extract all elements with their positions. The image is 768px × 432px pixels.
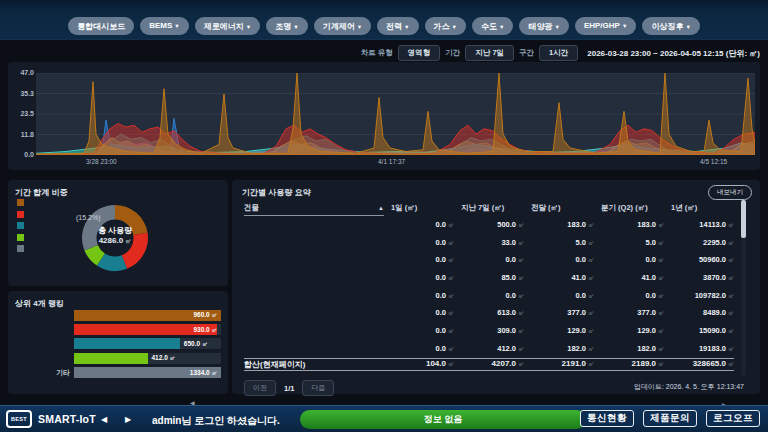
chart-controls: 차트 유형 영역형 기간 지난 7일 구간 1시간 2026-03-28 23:… <box>361 45 760 61</box>
table-row[interactable]: 0.0㎥33.0㎥5.0㎥5.0㎥2295.0㎥ <box>244 234 734 252</box>
footer-label: 합산(현재페이지) <box>244 359 384 370</box>
caret-down-icon: ▼ <box>685 24 690 30</box>
top-navigation-bar: 통합대시보드BEMS▼제로에너지▼조명▼기계제어▼전력▼가스▼수도▼태양광▼EH… <box>0 0 768 40</box>
column-header[interactable]: 1년 (㎥) <box>664 203 734 213</box>
nav-item-3[interactable]: 조명▼ <box>266 17 307 35</box>
cell-value: 0.0㎥ <box>524 255 594 265</box>
column-header[interactable]: 분기 (Q2) (㎥) <box>594 203 664 213</box>
usage-summary-table: 건물▲1일 (㎥)지난 7일 (㎥)전달 (㎥)분기 (Q2) (㎥)1년 (㎥… <box>244 200 734 371</box>
ranking-bar-track: 650.0 ㎥ <box>74 338 221 349</box>
ranking-bar-value: 650.0 ㎥ <box>184 340 208 348</box>
ranking-bar-label: 기타 <box>16 368 74 378</box>
table-row[interactable]: 0.0㎥613.0㎥377.0㎥377.0㎥8489.0㎥ <box>244 304 734 322</box>
legend-swatch <box>17 245 24 252</box>
nav-item-0[interactable]: 통합대시보드 <box>68 17 134 35</box>
next-page-button[interactable]: 다음 <box>302 380 334 396</box>
table-scrollbar[interactable] <box>741 200 746 376</box>
column-header-building[interactable]: 건물▲ <box>244 200 384 216</box>
cell-value: 50960.0㎥ <box>664 255 734 265</box>
nav-item-10[interactable]: 이상징후▼ <box>642 17 699 35</box>
table-scrollbar-thumb[interactable] <box>741 200 746 238</box>
cell-value: 8489.0㎥ <box>664 308 734 318</box>
period-select[interactable]: 지난 7일 <box>465 45 514 61</box>
cell-value: 183.0㎥ <box>594 220 664 230</box>
export-button[interactable]: 내보내기 <box>708 185 752 200</box>
prev-page-button[interactable]: 이전 <box>244 380 276 396</box>
nav-item-2[interactable]: 제로에너지▼ <box>195 17 260 35</box>
column-header[interactable]: 1일 (㎥) <box>384 203 454 213</box>
status-button-1[interactable]: 제품문의 <box>643 410 697 427</box>
nav-item-5[interactable]: 전력▼ <box>377 17 418 35</box>
column-header[interactable]: 전달 (㎥) <box>524 203 594 213</box>
cell-value: 377.0㎥ <box>594 308 664 318</box>
table-row[interactable]: 0.0㎥500.0㎥183.0㎥183.0㎥14113.0㎥ <box>244 216 734 234</box>
date-range-text: 2026-03-28 23:00 ~ 2026-04-05 12:15 (단위:… <box>587 48 760 59</box>
nav-item-8[interactable]: 태양광▼ <box>519 17 568 35</box>
interval-select[interactable]: 1시간 <box>539 45 578 61</box>
cell-value: 15090.0㎥ <box>664 326 734 336</box>
nav-item-1[interactable]: BEMS▼ <box>140 17 189 35</box>
chart-type-select[interactable]: 영역형 <box>398 45 441 61</box>
nav-item-7[interactable]: 수도▼ <box>472 17 513 35</box>
donut-panel-title: 기간 합계 비중 <box>15 187 67 198</box>
brand-name: SMART-IoT <box>38 413 96 425</box>
ranking-bar-row: 960.0 ㎥ <box>16 308 221 322</box>
x-tick-label: 4/1 17:37 <box>378 158 405 165</box>
cell-value: 0.0㎥ <box>384 273 454 283</box>
cell-value: 182.0㎥ <box>524 344 594 354</box>
page-next-icon[interactable]: ▶ <box>125 415 131 424</box>
donut-legend <box>17 199 24 257</box>
nav-item-9[interactable]: EHP/GHP▼ <box>575 17 636 35</box>
footer-value: 2191.0㎥ <box>524 359 594 369</box>
status-bar-buttons: 통신현황제품문의로그오프 <box>580 410 760 427</box>
table-row[interactable]: 0.0㎥0.0㎥0.0㎥0.0㎥50960.0㎥ <box>244 251 734 269</box>
cell-value: 412.0㎥ <box>454 344 524 354</box>
notice-banner[interactable]: 정보 없음 <box>300 410 586 429</box>
cell-value: 41.0㎥ <box>524 273 594 283</box>
cell-value: 33.0㎥ <box>454 238 524 248</box>
ranking-bar-value: 930.0 ㎥ <box>193 326 217 334</box>
legend-swatch <box>17 234 24 241</box>
cell-value: 129.0㎥ <box>594 326 664 336</box>
cell-value: 182.0㎥ <box>594 344 664 354</box>
y-tick-label: 11.8 <box>12 131 34 138</box>
table-row[interactable]: 0.0㎥309.0㎥129.0㎥129.0㎥15090.0㎥ <box>244 322 734 340</box>
ranking-bar-fill[interactable] <box>74 338 180 349</box>
cell-value: 14113.0㎥ <box>664 220 734 230</box>
area-chart-plot[interactable] <box>36 73 755 155</box>
caret-down-icon: ▼ <box>452 24 457 30</box>
table-body: 0.0㎥500.0㎥183.0㎥183.0㎥14113.0㎥0.0㎥33.0㎥5… <box>244 216 734 358</box>
column-header[interactable]: 지난 7일 (㎥) <box>454 203 524 213</box>
table-row[interactable]: 0.0㎥85.0㎥41.0㎥41.0㎥3870.0㎥ <box>244 269 734 287</box>
nav-item-6[interactable]: 가스▼ <box>425 17 466 35</box>
best-logo: BEST <box>6 410 32 428</box>
table-row[interactable]: 0.0㎥412.0㎥182.0㎥182.0㎥19183.0㎥ <box>244 340 734 358</box>
cell-value: 183.0㎥ <box>524 220 594 230</box>
legend-swatch <box>17 199 24 206</box>
ranking-bar-row: 930.0 ㎥ <box>16 322 221 336</box>
nav-item-4[interactable]: 기계제어▼ <box>314 17 371 35</box>
cell-value: 0.0㎥ <box>384 326 454 336</box>
table-row[interactable]: 0.0㎥0.0㎥0.0㎥0.0㎥109782.0㎥ <box>244 287 734 305</box>
caret-down-icon: ▼ <box>293 24 298 30</box>
cell-value: 0.0㎥ <box>384 344 454 354</box>
cell-value: 613.0㎥ <box>454 308 524 318</box>
table-header: 건물▲1일 (㎥)지난 7일 (㎥)전달 (㎥)분기 (Q2) (㎥)1년 (㎥… <box>244 200 734 216</box>
ranking-bar-track: 1334.0 ㎥ <box>74 367 221 378</box>
usage-summary-panel: 기간별 사용량 요약 내보내기 건물▲1일 (㎥)지난 7일 (㎥)전달 (㎥)… <box>232 180 760 394</box>
status-button-0[interactable]: 통신현황 <box>580 410 634 427</box>
ranking-bar-track: 960.0 ㎥ <box>74 310 221 321</box>
ranking-bar-fill[interactable] <box>74 353 148 364</box>
cell-value: 0.0㎥ <box>384 220 454 230</box>
ranking-bar-track: 412.0 ㎥ <box>74 353 221 364</box>
page-prev-icon[interactable]: ◀ <box>101 415 107 424</box>
legend-swatch <box>17 211 24 218</box>
cell-value: 0.0㎥ <box>384 308 454 318</box>
status-bar: BEST SMART-IoT ◀ ▶ admin님 로그인 하셨습니다. 정보 … <box>0 405 768 432</box>
status-button-2[interactable]: 로그오프 <box>706 410 760 427</box>
ranking-bar-row: 412.0 ㎥ <box>16 351 221 365</box>
ranking-bar-value: 1334.0 ㎥ <box>190 369 217 377</box>
cell-value: 0.0㎥ <box>384 255 454 265</box>
ranking-bar-track: 930.0 ㎥ <box>74 324 221 335</box>
x-tick-label: 4/5 12:15 <box>700 158 727 165</box>
